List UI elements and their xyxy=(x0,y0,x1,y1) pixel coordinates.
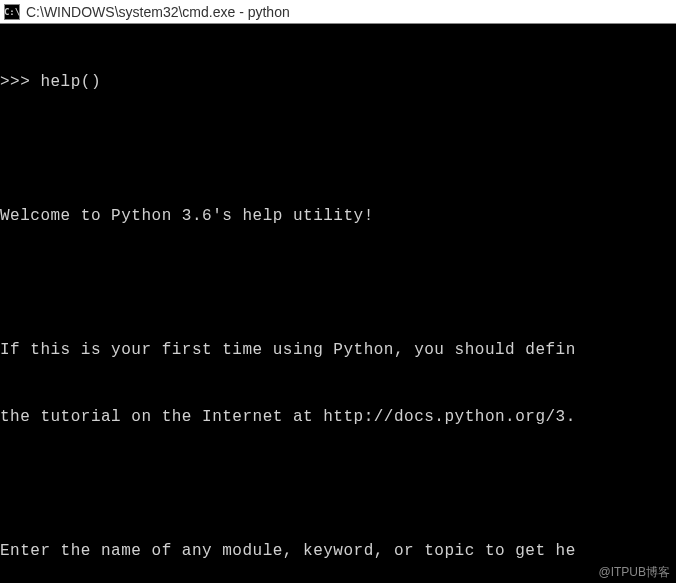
terminal-line xyxy=(0,138,676,160)
terminal-line: >>> help() xyxy=(0,71,676,93)
cmd-icon: C:\ xyxy=(4,4,20,20)
terminal-line: If this is your first time using Python,… xyxy=(0,339,676,361)
window-title: C:\WINDOWS\system32\cmd.exe - python xyxy=(26,4,290,20)
watermark: @ITPUB博客 xyxy=(598,564,670,581)
terminal-line: Welcome to Python 3.6's help utility! xyxy=(0,205,676,227)
terminal-line xyxy=(0,473,676,495)
window-title-bar[interactable]: C:\ C:\WINDOWS\system32\cmd.exe - python xyxy=(0,0,676,24)
terminal-line xyxy=(0,272,676,294)
terminal-output[interactable]: >>> help() Welcome to Python 3.6's help … xyxy=(0,24,676,583)
terminal-line: the tutorial on the Internet at http://d… xyxy=(0,406,676,428)
terminal-line: Enter the name of any module, keyword, o… xyxy=(0,540,676,562)
